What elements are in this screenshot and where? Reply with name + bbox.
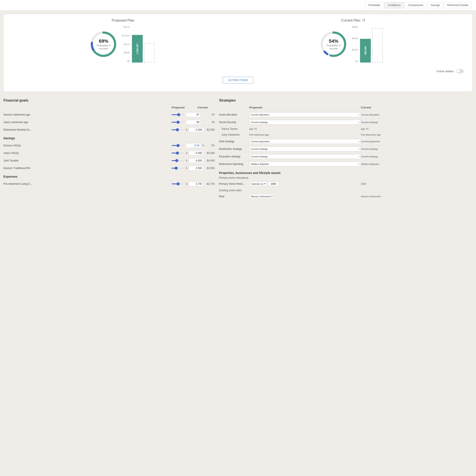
- toggle-knob: [456, 69, 460, 73]
- currency-symbol: $: [186, 159, 187, 162]
- distribution-strategy-dropdown[interactable]: Current strategy ▾: [249, 147, 361, 151]
- action-items-button[interactable]: ACTION ITEMS: [223, 77, 253, 84]
- dropdown-text: Current strategy: [251, 155, 268, 158]
- cy-label-2: $400k: [352, 37, 358, 40]
- retirement-spending-dropdown[interactable]: Inflation Adjusted ▾: [249, 162, 361, 167]
- table-row: Boat Danny's retirement ▾ Danny's retire…: [219, 193, 473, 200]
- education-strategy-dropdown[interactable]: Current strategy ▾: [249, 154, 361, 159]
- main-card: Proposed Plan 69% Probability ofsuccess: [3, 14, 473, 92]
- strat-current-val: Current strategy: [361, 121, 473, 123]
- proposed-plan-title: Proposed Plan: [112, 18, 134, 22]
- strat-name: Social Security: [219, 121, 249, 124]
- properties-heading: Properties, businesses and lifestyle ass…: [219, 171, 473, 175]
- table-row: Retirement Spending Inflation Adjusted ▾…: [219, 160, 473, 168]
- future-dollars-row: Future dollars: [8, 67, 468, 73]
- future-dollars-toggle[interactable]: [456, 69, 464, 73]
- strat-sub-name: Danny Tanner: [219, 127, 249, 130]
- cy-label-4: $0: [356, 60, 358, 63]
- current-value: $2,500: [198, 128, 215, 131]
- slider-track[interactable]: [171, 122, 185, 123]
- tab-savings[interactable]: Savings: [427, 2, 443, 8]
- primary-home-year-input[interactable]: [268, 182, 279, 186]
- prop-proposed: Calendar ye ▾: [249, 182, 361, 186]
- dropdown-text: Current payments: [251, 140, 270, 143]
- plans-comparison: Proposed Plan 69% Probability ofsuccess: [8, 18, 468, 67]
- tab-probability[interactable]: Probability: [365, 2, 384, 8]
- proposed-bar-inner: $2mm $1.5mm $1mm $500k $0 1,866,307: [122, 26, 156, 63]
- asset-allocation-dropdown[interactable]: Current allocation ▾: [249, 112, 361, 117]
- table-row: Debt strategy Current payments ▾ Current…: [219, 137, 473, 145]
- boat-dropdown[interactable]: Danny's retirement ▾: [249, 194, 274, 199]
- tab-confidence[interactable]: Confidence: [384, 2, 404, 8]
- strat-sub-name: Joey Gladstone: [219, 133, 249, 136]
- tab-retirement-details[interactable]: Retirement Details: [444, 2, 472, 8]
- proposed-donut: 69% Probability ofsuccess: [89, 30, 118, 58]
- current-bar-value: 488,690: [364, 46, 367, 55]
- dropdown-text: Danny's retirement: [251, 195, 271, 198]
- edit-icon[interactable]: ❐: [362, 19, 365, 22]
- financial-goals-table: Proposed Current Danny's retirement age …: [3, 105, 215, 134]
- goal-name: Retirement Monthly Ex...: [3, 128, 171, 131]
- strat-proposed-sub: Full retirement age: [249, 134, 361, 136]
- dropdown-text: Current strategy: [251, 148, 268, 150]
- goal-name: Joey's 401(k): [3, 152, 171, 154]
- table-row: Joey Gladstone Full retirement age Full …: [219, 132, 473, 137]
- future-dollars-label: Future dollars: [437, 70, 454, 73]
- cy-label-3: $200k: [352, 49, 358, 51]
- strat-proposed-sub: Age 70: [249, 128, 361, 130]
- savings-heading: Savings: [3, 136, 215, 140]
- strat-name: Distribution strategy: [219, 147, 249, 151]
- goal-proposed: [171, 112, 198, 117]
- y-label-4: $500k: [124, 51, 130, 54]
- proposed-bar-chart: $2mm $1.5mm $1mm $500k $0 1,866,307: [122, 26, 156, 63]
- chevron-down-icon: ▾: [358, 148, 359, 150]
- table-row: Distribution strategy Current strategy ▾…: [219, 145, 473, 153]
- current-value: 65: [198, 121, 215, 124]
- tab-comparisons[interactable]: Comparisons: [405, 2, 427, 8]
- slider-track[interactable]: [171, 129, 185, 130]
- proposed-plan-content: 69% Probability ofsuccess $2mm $1.5mm $1…: [89, 26, 156, 63]
- strat-current-sub: Full retirement age: [361, 134, 473, 136]
- table-row: Joey's 401(k) $ $5,000: [3, 149, 215, 157]
- chevron-down-icon: ▾: [358, 163, 359, 165]
- expenses-heading: Expenses: [3, 175, 215, 178]
- primary-home-heading: Primary home relocations: [219, 176, 473, 179]
- y-label-5: $0: [127, 60, 130, 63]
- current-probability-label: Probability ofsuccess: [327, 44, 340, 50]
- prop-name: Boat: [219, 195, 249, 198]
- current-value: $5,000: [198, 152, 215, 154]
- slider-track[interactable]: [171, 160, 185, 161]
- financial-goals-heading: Financial goals: [3, 99, 215, 102]
- current-plan-title: Current Plan: [341, 18, 360, 22]
- debt-strategy-dropdown[interactable]: Current payments ▾: [249, 139, 361, 144]
- slider-track[interactable]: [171, 145, 185, 146]
- slider-track[interactable]: [171, 168, 185, 169]
- dropdown-text: Inflation Adjusted: [251, 163, 269, 165]
- strat-current-val: Current payments: [361, 140, 473, 143]
- strat-name: Education strategy: [219, 155, 249, 158]
- table-row: Joey's retirement age 65: [3, 118, 215, 126]
- slider-track[interactable]: [171, 153, 185, 153]
- action-items-row: ACTION ITEMS: [8, 73, 468, 87]
- slider-track[interactable]: [171, 184, 185, 184]
- goals-col-name: [3, 106, 171, 109]
- primary-home-dropdown[interactable]: Calendar ye ▾: [249, 182, 267, 186]
- goal-proposed: %: [171, 143, 198, 148]
- goals-col-current: Current: [198, 106, 215, 109]
- left-panel: Financial goals Proposed Current Danny's…: [3, 95, 219, 200]
- y-label-3: $1mm: [124, 43, 130, 46]
- bottom-section: Financial goals Proposed Current Danny's…: [0, 95, 476, 203]
- proposed-probability-label: Probability ofsuccess: [97, 44, 111, 50]
- current-plan-content: 54% Probability ofsuccess $600k $400k $2…: [320, 26, 386, 63]
- slider-track[interactable]: [171, 114, 185, 115]
- goals-col-proposed: Proposed: [171, 106, 198, 109]
- current-value: $4,000: [198, 159, 215, 162]
- goal-proposed: $: [171, 182, 198, 186]
- proposed-bar-value: 1,866,307: [136, 44, 139, 54]
- proposed-bar: 1,866,307: [132, 35, 143, 63]
- social-security-dropdown[interactable]: Current strategy ▾: [249, 120, 361, 125]
- strat-current-val: Inflation Adjusted: [361, 163, 473, 165]
- current-bars: 488,690: [360, 28, 387, 63]
- table-row: Education strategy Current strategy ▾ Cu…: [219, 153, 473, 160]
- current-y-axis: $600k $400k $200k $0: [352, 26, 358, 63]
